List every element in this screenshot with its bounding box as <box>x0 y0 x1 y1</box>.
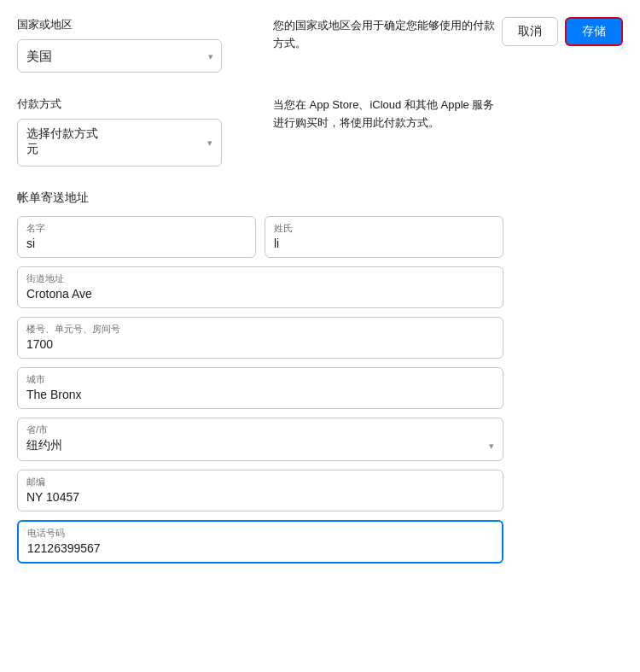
country-label: 国家或地区 <box>17 17 256 32</box>
cancel-button[interactable]: 取消 <box>502 17 558 46</box>
billing-header: 帐单寄送地址 <box>17 190 503 206</box>
phone-label: 电话号码 <box>27 527 493 540</box>
zip-label: 邮编 <box>26 476 494 488</box>
last-name-label: 姓氏 <box>274 222 494 235</box>
state-chevron-icon: ▾ <box>489 441 494 452</box>
first-name-label: 名字 <box>26 222 247 235</box>
street-label: 街道地址 <box>26 272 494 285</box>
country-description: 您的国家或地区会用于确定您能够使用的付款方式。 <box>256 17 503 73</box>
payment-description: 当您在 App Store、iCloud 和其他 Apple 服务进行购买时，将… <box>256 96 503 167</box>
payment-label: 付款方式 <box>17 96 256 112</box>
payment-select-box[interactable]: 选择付款方式 元 ▾ <box>17 119 222 167</box>
apt-label: 楼号、单元号、房间号 <box>26 323 494 336</box>
country-select[interactable]: 美国 <box>17 39 222 73</box>
zip-input[interactable] <box>26 490 494 504</box>
payment-placeholder: 选择付款方式 <box>26 126 194 142</box>
save-button[interactable]: 存储 <box>565 17 623 46</box>
payment-chevron-icon: ▾ <box>207 137 212 149</box>
payment-currency: 元 <box>26 142 194 157</box>
last-name-input[interactable] <box>274 237 494 250</box>
phone-input[interactable] <box>27 541 493 555</box>
city-label: 城市 <box>26 373 494 386</box>
state-label: 省/市 <box>26 424 494 436</box>
first-name-input[interactable] <box>26 237 247 250</box>
street-input[interactable] <box>26 287 494 301</box>
city-input[interactable] <box>26 388 494 401</box>
apt-input[interactable] <box>26 337 494 351</box>
state-value: 纽约州 <box>26 438 62 453</box>
